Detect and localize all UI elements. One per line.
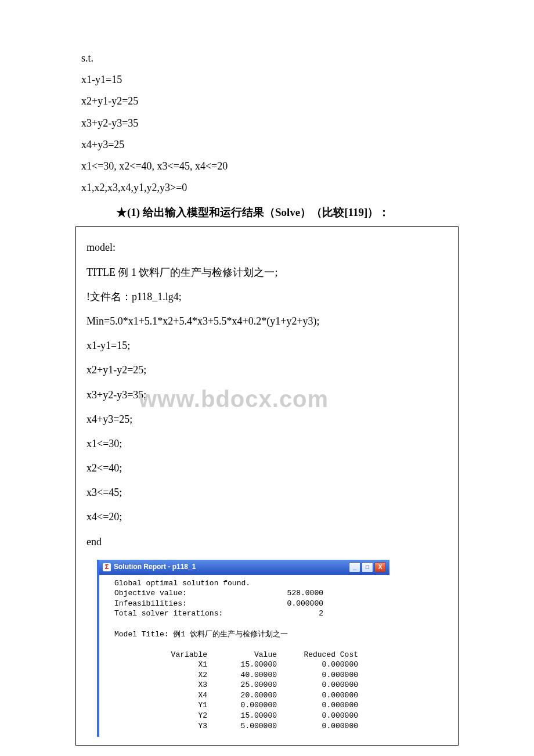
- solver-model-title: Model Title: 例1 饮料厂的生产与检修计划之一: [114, 629, 384, 640]
- model-end: end: [86, 532, 448, 552]
- solver-table-rows: X115.000000.000000X240.000000.000000X325…: [114, 660, 384, 731]
- solver-table-header: VariableValueReduced Cost: [114, 650, 384, 660]
- cell-variable: Y1: [114, 700, 207, 711]
- sigma-icon: Σ: [103, 563, 111, 571]
- table-row: X420.000000.000000: [114, 690, 384, 701]
- close-button[interactable]: X: [374, 562, 386, 573]
- equation-3: x3+y2-y3=35: [81, 113, 453, 133]
- cell-variable: Y3: [114, 721, 207, 732]
- model-b4: x4<=20;: [86, 507, 448, 527]
- hdr-value: Value: [207, 650, 277, 660]
- table-row: Y10.0000000.000000: [114, 700, 384, 711]
- model-c3: x3+y2-y3=35;: [86, 389, 146, 401]
- model-keyword: model:: [86, 237, 448, 257]
- model-filename: !文件名：p118_1.lg4;: [86, 287, 448, 307]
- solver-found-line: Global optimal solution found.: [114, 578, 384, 589]
- equation-1: x1-y1=15: [81, 70, 453, 89]
- cell-value: 20.00000: [207, 690, 277, 701]
- cell-reduced-cost: 0.000000: [277, 680, 358, 690]
- cell-reduced-cost: 0.000000: [277, 700, 358, 711]
- bounds-line: x1<=30, x2<=40, x3<=45, x4<=20: [81, 156, 453, 176]
- minimize-button[interactable]: _: [349, 562, 360, 573]
- cell-reduced-cost: 0.000000: [277, 711, 358, 721]
- solver-body: Global optimal solution found.Objective …: [99, 575, 389, 737]
- st-label: s.t.: [81, 48, 453, 68]
- cell-value: 25.00000: [207, 680, 277, 690]
- solver-iters-row: Total solver iterations:2: [114, 609, 384, 619]
- infeas-value: 0.000000: [248, 599, 323, 609]
- cell-variable: X3: [114, 680, 207, 690]
- equation-4: x4+y3=25: [81, 135, 453, 154]
- model-c3-row: x3+y2-y3=35; www.bdocx.com: [86, 385, 448, 405]
- model-b2: x2<=40;: [86, 458, 448, 478]
- model-c2: x2+y1-y2=25;: [86, 360, 448, 380]
- cell-reduced-cost: 0.000000: [277, 670, 358, 681]
- cell-value: 15.00000: [207, 711, 277, 721]
- document-page: s.t. x1-y1=15 x2+y1-y2=25 x3+y2-y3=35 x4…: [0, 0, 534, 756]
- section-title: ★(1) 给出输入模型和运行结果（Solve）（比较[119]）：: [116, 202, 453, 223]
- iters-label: Total solver iterations:: [114, 609, 248, 619]
- solver-obj-row: Objective value:528.0000: [114, 588, 384, 599]
- cell-variable: X1: [114, 660, 207, 670]
- nonneg-line: x1,x2,x3,x4,y1,y2,y3>=0: [81, 178, 453, 197]
- infeas-label: Infeasibilities:: [114, 599, 248, 609]
- equation-2: x2+y1-y2=25: [81, 91, 453, 111]
- obj-label: Objective value:: [114, 588, 248, 599]
- table-row: X115.000000.000000: [114, 660, 384, 670]
- cell-reduced-cost: 0.000000: [277, 721, 358, 732]
- model-title-line: TITLE 例 1 饮料厂的生产与检修计划之一;: [86, 262, 448, 282]
- solver-window: Σ Solution Report - p118_1 _ □ X Global …: [97, 560, 389, 737]
- iters-value: 2: [248, 609, 323, 619]
- model-box: model: TITLE 例 1 饮料厂的生产与检修计划之一; !文件名：p11…: [75, 226, 459, 746]
- hdr-variable: Variable: [114, 650, 207, 660]
- table-row: Y35.0000000.000000: [114, 721, 384, 732]
- window-buttons: _ □ X: [349, 562, 386, 573]
- maximize-button[interactable]: □: [362, 562, 373, 573]
- cell-variable: Y2: [114, 711, 207, 721]
- cell-value: 40.00000: [207, 670, 277, 681]
- model-c4: x4+y3=25;: [86, 409, 448, 429]
- table-row: X325.000000.000000: [114, 680, 384, 690]
- model-b1: x1<=30;: [86, 434, 448, 453]
- obj-value: 528.0000: [248, 588, 323, 599]
- table-row: X240.000000.000000: [114, 670, 384, 681]
- cell-variable: X2: [114, 670, 207, 681]
- cell-reduced-cost: 0.000000: [277, 660, 358, 670]
- cell-reduced-cost: 0.000000: [277, 690, 358, 701]
- hdr-reduced-cost: Reduced Cost: [277, 650, 358, 660]
- table-row: Y215.000000.000000: [114, 711, 384, 721]
- cell-variable: X4: [114, 690, 207, 701]
- solver-title-text: Solution Report - p118_1: [114, 560, 196, 574]
- solver-infeas-row: Infeasibilities:0.000000: [114, 599, 384, 609]
- cell-value: 15.00000: [207, 660, 277, 670]
- model-objective: Min=5.0*x1+5.1*x2+5.4*x3+5.5*x4+0.2*(y1+…: [86, 311, 448, 331]
- solver-titlebar[interactable]: Σ Solution Report - p118_1 _ □ X: [99, 560, 389, 575]
- cell-value: 5.000000: [207, 721, 277, 732]
- model-b3: x3<=45;: [86, 483, 448, 502]
- cell-value: 0.000000: [207, 700, 277, 711]
- model-c1: x1-y1=15;: [86, 336, 448, 355]
